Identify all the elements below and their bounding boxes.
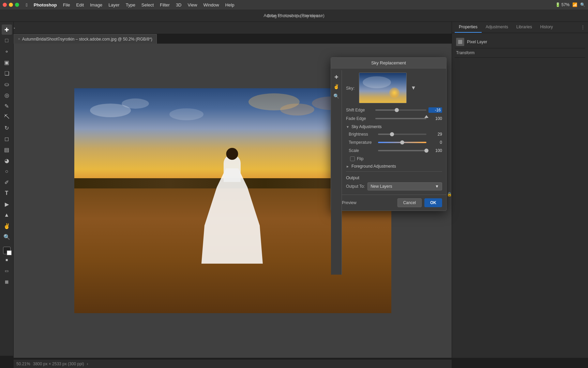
- shift-edge-value[interactable]: -16: [428, 107, 442, 113]
- svg-rect-0: [458, 40, 462, 44]
- fade-edge-label: Fade Edge: [346, 116, 373, 121]
- lasso-tool[interactable]: ⚬: [2, 46, 12, 57]
- window-controls: [3, 3, 19, 7]
- close-button[interactable]: [3, 3, 7, 7]
- preview-row: Preview: [335, 200, 395, 205]
- eraser-tool[interactable]: ◻: [2, 134, 12, 144]
- artboard-tool[interactable]: ▦: [2, 277, 12, 287]
- sky-adjustments-title: Sky Adjustments: [351, 124, 382, 129]
- tab-libraries[interactable]: Libraries: [512, 22, 536, 33]
- blur-tool[interactable]: ◕: [2, 155, 12, 166]
- preview-label: Preview: [342, 200, 357, 205]
- file-tab-name: AutumnBridalShoot©syrotkin – stock.adobe…: [22, 37, 152, 42]
- dialog-body: Sky: ▼ Shift Edge -16 Fade Edge 1: [342, 68, 446, 195]
- menu-apple[interactable]: : [23, 2, 30, 8]
- dialog-toolbar: ✚ ✌ 🔍: [331, 70, 342, 275]
- minimize-button[interactable]: [9, 3, 13, 7]
- fade-edge-slider[interactable]: [375, 118, 426, 119]
- scale-value[interactable]: 100: [428, 148, 442, 153]
- brightness-row: Brightness 29: [346, 132, 442, 137]
- heal-tool[interactable]: ◎: [2, 90, 12, 100]
- flip-label: Flip: [357, 156, 363, 161]
- menu-photoshop[interactable]: Photoshop: [31, 2, 60, 8]
- panel-tabs: Properties Adjustments Libraries History…: [452, 22, 588, 33]
- panel-menu-icon[interactable]: ⋮: [581, 25, 585, 30]
- mask-mode[interactable]: ■: [2, 255, 12, 265]
- dialog-move-tool[interactable]: ✚: [332, 73, 341, 81]
- pixel-layer-row: Pixel Layer: [455, 36, 585, 48]
- foreground-adjustments-row[interactable]: ► Foreground Adjustments: [346, 164, 442, 169]
- scale-row: Scale 100: [346, 148, 442, 153]
- menu-select[interactable]: Select: [139, 2, 156, 8]
- menu-file[interactable]: File: [60, 2, 73, 8]
- zoom-level: 50.21%: [16, 362, 30, 366]
- move-tool[interactable]: ✚: [2, 25, 12, 35]
- brush-tool[interactable]: ✎: [2, 101, 12, 111]
- menu-edit[interactable]: Edit: [74, 2, 87, 8]
- menu-window[interactable]: Window: [200, 2, 222, 8]
- frame-mode[interactable]: ▭: [2, 266, 12, 276]
- history-brush-tool[interactable]: ↻: [2, 123, 12, 133]
- fade-edge-row: Fade Edge 100: [346, 116, 442, 121]
- path-select-tool[interactable]: ▶: [2, 199, 12, 209]
- pen-tool[interactable]: ✐: [2, 177, 12, 187]
- ok-button[interactable]: OK: [424, 198, 442, 207]
- object-select-tool[interactable]: ▣: [2, 57, 12, 67]
- gradient-tool[interactable]: ▤: [2, 144, 12, 155]
- close-tab-icon[interactable]: ×: [18, 37, 20, 41]
- shift-edge-slider[interactable]: [375, 109, 426, 111]
- dialog-hand-tool[interactable]: ✌: [332, 82, 341, 91]
- marquee-tool[interactable]: □: [2, 35, 12, 46]
- brightness-value[interactable]: 29: [428, 132, 442, 137]
- menu-type[interactable]: Type: [123, 2, 138, 8]
- maximize-button[interactable]: [15, 3, 19, 7]
- output-section: Output Output To: New Layers ▼: [346, 171, 442, 190]
- dialog-zoom-tool[interactable]: 🔍: [332, 92, 341, 100]
- system-tray: 🔋 57% 📶 🔍: [555, 0, 585, 10]
- status-bar: 50.21% 3800 px × 2533 px (300 ppi) ›: [14, 359, 452, 368]
- temperature-slider[interactable]: [378, 142, 426, 143]
- type-tool[interactable]: T: [2, 188, 12, 198]
- lock-icon[interactable]: 🔒: [447, 192, 452, 197]
- sky-thumbnail[interactable]: [359, 73, 407, 103]
- dodge-tool[interactable]: ○: [2, 166, 12, 177]
- sky-adjustments-header[interactable]: ▼ Sky Adjustments: [346, 124, 442, 129]
- sky-dropdown-button[interactable]: ▼: [409, 83, 418, 92]
- output-dropdown[interactable]: New Layers ▼: [367, 182, 442, 190]
- crop-tool[interactable]: ❏: [2, 68, 12, 78]
- foreground-adjustments-title: Foreground Adjustments: [351, 164, 396, 169]
- dialog-header: Sky Replacement: [331, 58, 446, 68]
- file-tab[interactable]: × AutumnBridalShoot©syrotkin – stock.ado…: [14, 34, 157, 44]
- tab-bar: × AutumnBridalShoot©syrotkin – stock.ado…: [14, 34, 157, 44]
- pixel-layer-label: Pixel Layer: [467, 40, 487, 44]
- menu-help[interactable]: Help: [223, 2, 237, 8]
- zoom-tool[interactable]: 🔍: [2, 232, 12, 242]
- flip-checkbox[interactable]: [350, 156, 355, 161]
- sky-selector-row: Sky: ▼: [346, 73, 442, 103]
- app-title: Adobe Photoshop (Prerelease): [263, 13, 325, 18]
- scale-label: Scale: [349, 148, 376, 153]
- tab-adjustments[interactable]: Adjustments: [482, 22, 512, 33]
- shapes-tool[interactable]: ▲: [2, 210, 12, 220]
- scale-slider[interactable]: [378, 150, 426, 151]
- output-dropdown-value: New Layers: [371, 184, 392, 189]
- temperature-value[interactable]: 0: [428, 140, 442, 145]
- tab-history[interactable]: History: [536, 22, 557, 33]
- foreground-color[interactable]: [3, 247, 11, 254]
- eyedropper-tool[interactable]: ⛀: [2, 79, 12, 89]
- transform-row: Transform: [455, 48, 585, 58]
- menu-filter[interactable]: Filter: [157, 2, 172, 8]
- menu-layer[interactable]: Layer: [106, 2, 122, 8]
- info-arrow[interactable]: ›: [87, 362, 88, 366]
- menu-view[interactable]: View: [185, 2, 200, 8]
- brightness-slider[interactable]: [378, 134, 426, 135]
- menu-3d[interactable]: 3D: [173, 2, 184, 8]
- tab-properties[interactable]: Properties: [455, 22, 482, 33]
- sky-adjustments-arrow: ▼: [346, 125, 349, 129]
- clone-tool[interactable]: ⛏: [2, 112, 12, 122]
- fade-edge-value[interactable]: 100: [428, 116, 442, 121]
- hand-tool[interactable]: ✌: [2, 221, 12, 231]
- panel-collapse-controls: 🔒: [446, 184, 452, 204]
- menu-image[interactable]: Image: [87, 2, 105, 8]
- cancel-button[interactable]: Cancel: [397, 198, 422, 207]
